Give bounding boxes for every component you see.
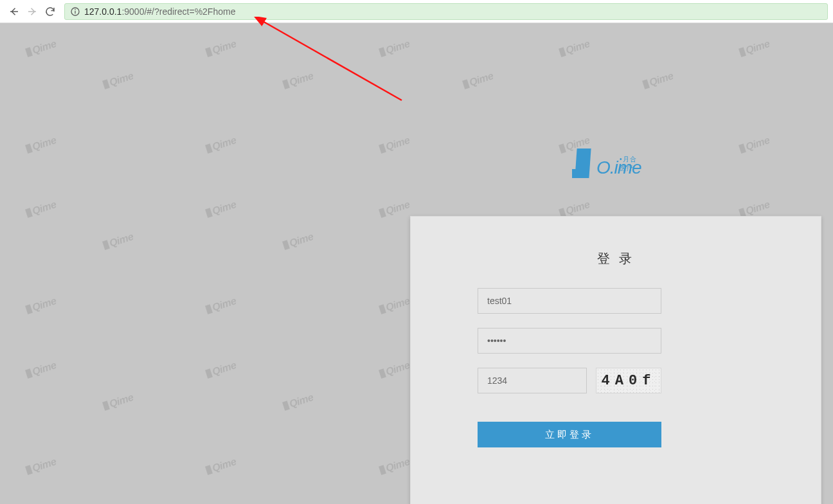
captcha-input[interactable] bbox=[478, 368, 587, 393]
arrow-right-icon bbox=[26, 6, 38, 17]
login-title: 登 录 bbox=[478, 250, 754, 267]
page-body: Qime Qime Qime Qime Qime Qime Qime Qime … bbox=[0, 23, 833, 504]
forward-button[interactable] bbox=[23, 3, 41, 21]
browser-toolbar: 127.0.0.1:9000/#/?redirect=%2Fhome bbox=[0, 0, 833, 23]
info-icon bbox=[70, 6, 80, 17]
reload-button[interactable] bbox=[41, 3, 59, 21]
brand-sub: •月合医疗 bbox=[620, 155, 641, 173]
captcha-image[interactable]: 4A0f bbox=[596, 368, 661, 393]
brand-text: O.ime •月合医疗 bbox=[596, 158, 641, 178]
reload-icon bbox=[44, 6, 56, 17]
login-submit-button[interactable]: 立即登录 bbox=[478, 422, 661, 447]
brand-logo: O.ime •月合医疗 bbox=[572, 148, 641, 178]
brand-mark-icon bbox=[572, 148, 594, 178]
url-rest: :9000/#/?redirect=%2Fhome bbox=[121, 6, 235, 17]
captcha-image-text: 4A0f bbox=[602, 373, 656, 389]
url-host: 127.0.0.1 bbox=[84, 6, 121, 17]
login-card: 登 录 4A0f 立即登录 bbox=[410, 216, 821, 504]
address-bar[interactable]: 127.0.0.1:9000/#/?redirect=%2Fhome bbox=[64, 3, 828, 20]
password-input[interactable] bbox=[478, 328, 661, 354]
captcha-row: 4A0f bbox=[478, 368, 754, 393]
arrow-left-icon bbox=[8, 6, 20, 17]
username-input[interactable] bbox=[478, 288, 661, 314]
back-button[interactable] bbox=[5, 3, 23, 21]
svg-point-2 bbox=[75, 8, 76, 10]
